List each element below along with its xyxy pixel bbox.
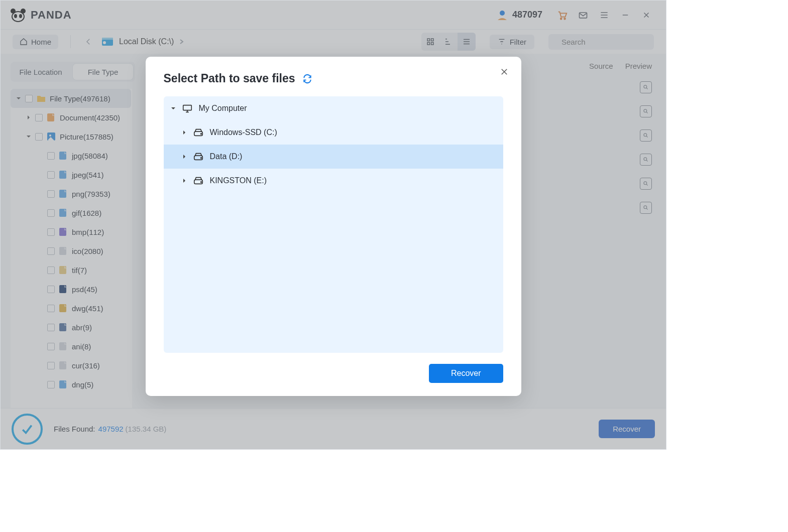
path-tree: My ComputerWindows-SSD (C:)Data (D:)KING…	[164, 96, 503, 353]
path-drive-label: Data (D:)	[210, 152, 243, 161]
dialog-title: Select Path to save files	[164, 72, 503, 85]
path-drive-label: KINGSTON (E:)	[210, 176, 267, 185]
svg-point-41	[200, 134, 201, 135]
save-path-dialog: Select Path to save files My ComputerWin…	[146, 57, 521, 396]
path-root-label: My Computer	[199, 104, 247, 113]
path-drive-2[interactable]: KINGSTON (E:)	[164, 169, 503, 193]
svg-point-43	[200, 158, 201, 159]
refresh-icon[interactable]	[302, 74, 312, 84]
recover-button-dialog[interactable]: Recover	[429, 364, 503, 383]
modal-overlay[interactable]: Select Path to save files My ComputerWin…	[1, 1, 666, 449]
app-window: PANDA 487097 Home	[0, 0, 666, 450]
close-icon[interactable]	[497, 65, 511, 79]
path-drive-1[interactable]: Data (D:)	[164, 145, 503, 169]
path-drive-0[interactable]: Windows-SSD (C:)	[164, 120, 503, 145]
path-my-computer[interactable]: My Computer	[164, 96, 503, 120]
svg-point-45	[200, 182, 201, 183]
path-drive-label: Windows-SSD (C:)	[210, 128, 277, 137]
svg-rect-39	[183, 105, 191, 110]
dialog-title-text: Select Path to save files	[164, 72, 295, 85]
